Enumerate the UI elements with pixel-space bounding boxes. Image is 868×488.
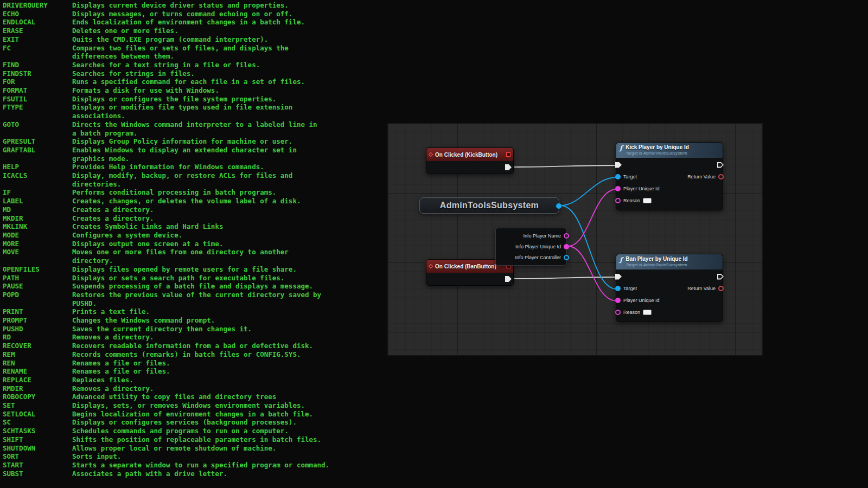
info-player-name-pin[interactable] xyxy=(564,233,569,239)
command-name: RD xyxy=(3,333,72,342)
command-row: ROBOCOPYAdvanced utility to copy files a… xyxy=(3,393,385,401)
command-name: POPD xyxy=(3,291,72,307)
command-description: Displays current device driver status an… xyxy=(72,1,385,10)
reason-input[interactable] xyxy=(643,198,652,203)
target-pin[interactable] xyxy=(615,286,621,291)
info-pin-row: Info Player Name xyxy=(496,230,566,241)
command-row: PATHDisplays or sets a search path for e… xyxy=(3,274,385,282)
command-name: LABEL xyxy=(3,197,72,206)
return-value-pin[interactable] xyxy=(718,174,724,179)
command-description: Searches for strings in files. xyxy=(72,69,385,78)
command-name: ENDLOCAL xyxy=(3,18,72,27)
exec-out-pin[interactable] xyxy=(505,164,512,170)
command-name: PAUSE xyxy=(3,282,72,291)
command-name: ROBOCOPY xyxy=(3,393,72,401)
command-row: SUBSTAssociates a path with a drive lett… xyxy=(3,470,385,478)
command-description: Searches for a text string in a file or … xyxy=(72,61,385,69)
command-row: GOTODirects the Windows command interpre… xyxy=(3,120,385,137)
command-row: FINDSearches for a text string in a file… xyxy=(3,61,385,69)
command-name: FSUTIL xyxy=(3,95,72,104)
target-pin[interactable] xyxy=(615,174,621,179)
exec-wire-kick[interactable] xyxy=(513,165,617,167)
player-unique-id-pin[interactable] xyxy=(615,298,621,303)
command-row: MDCreates a directory. xyxy=(3,206,385,214)
node-ban-player-by-unique-id[interactable]: ƒ Ban Player by Unique Id Target is Admi… xyxy=(616,254,723,322)
return-value-pin[interactable] xyxy=(718,286,724,291)
command-description: Displays files opened by remote users fo… xyxy=(72,265,385,274)
command-row: STARTStarts a separate window to run a s… xyxy=(3,461,385,470)
command-description: Displays or sets a search path for execu… xyxy=(72,274,385,282)
command-name: GPRESULT xyxy=(3,137,72,146)
command-name: FOR xyxy=(3,78,72,86)
command-row: ECHODisplays messages, or turns command … xyxy=(3,10,385,18)
function-icon: ƒ xyxy=(620,256,622,263)
command-name: REN xyxy=(3,359,72,368)
event-diamond-icon xyxy=(429,264,433,268)
command-description: Records comments (remarks) in batch file… xyxy=(72,350,385,359)
node-info-player[interactable]: Info Player NameInfo Player Unique IdInf… xyxy=(495,228,567,266)
command-row: MKDIRCreates a directory. xyxy=(3,214,385,223)
command-row: GPRESULTDisplays Group Policy informatio… xyxy=(3,137,385,146)
pin-label: Return Value xyxy=(687,174,716,179)
pin-label: Info Player Unique Id xyxy=(515,244,561,249)
command-name: GRAFTABL xyxy=(3,146,72,163)
command-description: Quits the CMD.EXE program (command inter… xyxy=(72,35,385,44)
exec-out-pin[interactable] xyxy=(505,276,512,282)
pin-label: Player Unique Id xyxy=(623,186,660,191)
command-row: ICACLSDisplay, modify, backup, or restor… xyxy=(3,171,385,188)
blueprint-graph-panel[interactable]: On Clicked (KickButton) On Clicked (BanB… xyxy=(388,124,762,355)
pin-label: Info Player Controller xyxy=(515,255,561,260)
command-row: RENAMERenames a file or files. xyxy=(3,367,385,376)
command-name: PRINT xyxy=(3,307,72,316)
node-admintoolssubsystem[interactable]: AdminToolsSubsystem xyxy=(419,197,559,214)
reason-pin[interactable] xyxy=(615,198,621,203)
command-name: HELP xyxy=(3,163,72,171)
command-description: Displays, sets, or removes Windows envir… xyxy=(72,401,385,410)
reason-input[interactable] xyxy=(643,310,652,315)
subsystem-output-pin[interactable] xyxy=(556,203,561,209)
info-player-unique-id-pin[interactable] xyxy=(564,244,569,249)
command-description: Removes a directory. xyxy=(72,333,385,342)
command-name: MKDIR xyxy=(3,214,72,223)
command-name: RECOVER xyxy=(3,342,72,350)
delegate-pin[interactable] xyxy=(506,152,510,157)
pin-label: Return Value xyxy=(687,286,716,291)
exec-in-pin[interactable] xyxy=(615,162,622,168)
command-name: SHUTDOWN xyxy=(3,444,72,453)
command-row: FINDSTRSearches for strings in files. xyxy=(3,69,385,78)
exec-in-pin[interactable] xyxy=(615,274,622,280)
exec-out-pin[interactable] xyxy=(717,274,724,280)
command-name: FIND xyxy=(3,61,72,69)
command-name: REPLACE xyxy=(3,376,72,384)
command-description: Formats a disk for use with Windows. xyxy=(72,86,385,95)
string-wire-uniqueid-to-kick[interactable] xyxy=(568,189,617,246)
command-row: EXITQuits the CMD.EXE program (command i… xyxy=(3,35,385,44)
command-row: LABELCreates, changes, or deletes the vo… xyxy=(3,197,385,206)
node-title: Ban Player by Unique Id xyxy=(626,256,687,262)
command-name: SET xyxy=(3,401,72,410)
node-kick-player-by-unique-id[interactable]: ƒ Kick Player by Unique Id Target is Adm… xyxy=(616,142,723,210)
command-name: FORMAT xyxy=(3,86,72,95)
command-description: Enables Windows to display an extended c… xyxy=(72,146,385,163)
player-unique-id-pin[interactable] xyxy=(615,186,621,191)
command-row: ERASEDeletes one or more files. xyxy=(3,27,385,35)
command-row: FCCompares two files or sets of files, a… xyxy=(3,44,385,61)
exec-out-pin[interactable] xyxy=(717,162,724,168)
command-row: MOREDisplays output one screen at a time… xyxy=(3,240,385,248)
string-wire-uniqueid-to-ban[interactable] xyxy=(568,246,617,301)
command-row: SETDisplays, sets, or removes Windows en… xyxy=(3,401,385,410)
command-description: Creates Symbolic Links and Hard Links xyxy=(72,222,385,231)
info-pin-row: Info Player Controller xyxy=(496,252,566,263)
command-name: SETLOCAL xyxy=(3,410,72,419)
reason-pin[interactable] xyxy=(615,310,621,315)
node-onclicked-kickbutton[interactable]: On Clicked (KickButton) xyxy=(426,147,514,174)
command-name: SUBST xyxy=(3,470,72,478)
command-row: RENRenames a file or files. xyxy=(3,359,385,368)
command-description: Replaces files. xyxy=(72,376,385,384)
command-description: Shifts the position of replaceable param… xyxy=(72,435,385,444)
command-description: Restores the previous value of the curre… xyxy=(72,291,385,307)
info-player-controller-pin[interactable] xyxy=(564,255,569,260)
command-description: Performs conditional processing in batch… xyxy=(72,188,385,197)
command-row: FTYPEDisplays or modifies file types use… xyxy=(3,103,385,120)
command-description: Creates, changes, or deletes the volume … xyxy=(72,197,385,206)
